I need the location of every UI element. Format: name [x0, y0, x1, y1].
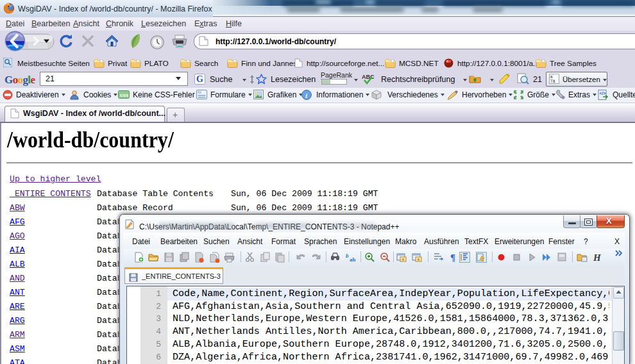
svg-text:¶: ¶ [450, 252, 455, 263]
svg-text:G: G [196, 74, 203, 84]
svg-text:ab: ab [350, 256, 356, 263]
svg-text:ABC: ABC [362, 74, 375, 80]
svg-text:a´: a´ [550, 74, 554, 79]
svg-text:b: b [346, 252, 349, 259]
svg-text:7ä: 7ä [550, 79, 555, 83]
svg-text:H: H [593, 252, 602, 263]
svg-text:css: css [120, 92, 129, 98]
svg-text:</>: </> [600, 91, 606, 95]
